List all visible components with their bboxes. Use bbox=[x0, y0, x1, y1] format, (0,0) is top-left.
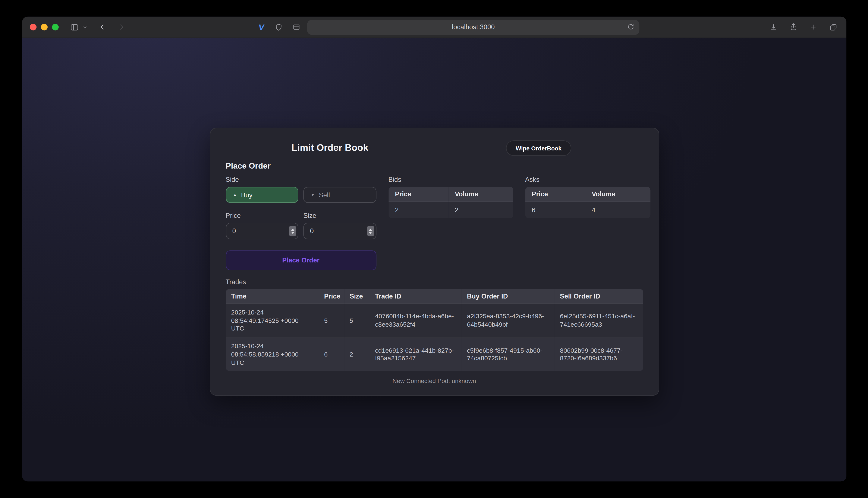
size-stepper[interactable] bbox=[367, 226, 374, 236]
column-header: Price bbox=[319, 289, 344, 304]
column-header: Volume bbox=[585, 187, 650, 202]
table-row: 64 bbox=[525, 201, 650, 218]
column-header: Size bbox=[344, 289, 370, 304]
table-cell: a2f325ea-8353-42c9-b496-64b5440b49bf bbox=[461, 304, 554, 337]
table-cell: cd1e6913-621a-441b-827b-f95aa2156247 bbox=[370, 338, 461, 371]
asks-table: PriceVolume64 bbox=[525, 187, 650, 219]
reload-icon[interactable] bbox=[625, 21, 636, 32]
table-row: 2025-10-24 08:54:58.859218 +0000 UTC62cd… bbox=[226, 338, 643, 371]
browser-toolbar: V localhost:3000 bbox=[22, 17, 846, 38]
asks-label: Asks bbox=[525, 176, 650, 183]
wipe-orderbook-button[interactable]: Wipe OrderBook bbox=[506, 140, 572, 156]
tab-overview-icon[interactable] bbox=[827, 21, 840, 34]
bids-label: Bids bbox=[388, 176, 513, 183]
column-header: Trade ID bbox=[370, 289, 461, 304]
connected-pod-status: New Connected Pod: unknown bbox=[226, 378, 643, 384]
column-header: Price bbox=[525, 187, 585, 202]
table-cell: 2 bbox=[344, 338, 370, 371]
header-row: TimePriceSizeTrade IDBuy Order IDSell Or… bbox=[226, 289, 643, 304]
price-input[interactable] bbox=[226, 223, 298, 239]
trades-table: TimePriceSizeTrade IDBuy Order IDSell Or… bbox=[226, 289, 643, 371]
column-header: Sell Order ID bbox=[554, 289, 643, 304]
bids-section: Bids PriceVolume22 bbox=[388, 176, 513, 270]
column-header: Time bbox=[226, 289, 318, 304]
price-label: Price bbox=[226, 212, 298, 219]
column-header: Volume bbox=[448, 187, 513, 202]
address-bar[interactable]: localhost:3000 bbox=[307, 19, 639, 35]
close-window-button[interactable] bbox=[30, 24, 37, 30]
forward-icon[interactable] bbox=[115, 21, 128, 34]
url-text: localhost:3000 bbox=[452, 23, 495, 31]
screenshot-stage: V localhost:3000 bbox=[0, 0, 868, 498]
price-stepper[interactable] bbox=[289, 226, 296, 236]
trades-label: Trades bbox=[226, 278, 643, 286]
traffic-lights bbox=[30, 24, 59, 30]
extension-v-icon[interactable]: V bbox=[255, 23, 267, 32]
trades-section: Trades TimePriceSizeTrade IDBuy Order ID… bbox=[226, 278, 643, 371]
sell-label: Sell bbox=[319, 191, 330, 199]
minimize-window-button[interactable] bbox=[41, 24, 48, 30]
buy-side-button[interactable]: ▲ Buy bbox=[226, 187, 298, 203]
table-cell: 2025-10-24 08:54:49.174525 +0000 UTC bbox=[226, 304, 318, 337]
card-header: Limit Order Book Wipe OrderBook bbox=[226, 140, 643, 156]
chevron-down-icon[interactable] bbox=[81, 21, 88, 34]
table-cell: c5f9e6b8-f857-4915-ab60-74ca80725fcb bbox=[461, 338, 554, 371]
back-icon[interactable] bbox=[96, 21, 109, 34]
table-cell: 5 bbox=[319, 304, 344, 337]
up-triangle-icon: ▲ bbox=[233, 193, 237, 197]
page-settings-icon[interactable] bbox=[290, 21, 303, 34]
side-label: Side bbox=[226, 176, 376, 183]
orderbook-card: Limit Order Book Wipe OrderBook Place Or… bbox=[209, 128, 659, 396]
column-header: Price bbox=[388, 187, 448, 202]
page-title: Limit Order Book bbox=[292, 143, 368, 154]
header-row: PriceVolume bbox=[388, 187, 513, 202]
table-row: 22 bbox=[388, 201, 513, 218]
size-input[interactable] bbox=[303, 223, 376, 239]
table-cell: 2 bbox=[448, 201, 513, 218]
table-cell: 6 bbox=[525, 201, 585, 218]
table-cell: 6 bbox=[319, 338, 344, 371]
down-triangle-icon: ▼ bbox=[310, 193, 315, 197]
header-row: PriceVolume bbox=[525, 187, 650, 202]
browser-window: V localhost:3000 bbox=[22, 17, 846, 482]
sidebar-toggle-icon[interactable] bbox=[67, 21, 81, 34]
table-cell: 4076084b-114e-4bda-a6be-c8ee33a652f4 bbox=[370, 304, 461, 337]
order-form: Side ▲ Buy ▼ Sell bbox=[226, 176, 376, 270]
asks-section: Asks PriceVolume64 bbox=[525, 176, 650, 270]
place-order-button[interactable]: Place Order bbox=[226, 250, 376, 270]
sell-side-button[interactable]: ▼ Sell bbox=[303, 187, 376, 203]
column-header: Buy Order ID bbox=[461, 289, 554, 304]
downloads-icon[interactable] bbox=[767, 21, 780, 34]
new-tab-icon[interactable] bbox=[806, 21, 820, 34]
table-cell: 6ef25d55-6911-451c-a6af-741ec66695a3 bbox=[554, 304, 643, 337]
size-label: Size bbox=[303, 212, 376, 219]
share-icon[interactable] bbox=[787, 21, 800, 34]
extension-shield-icon[interactable] bbox=[272, 21, 285, 34]
table-cell: 4 bbox=[585, 201, 650, 218]
bids-table: PriceVolume22 bbox=[388, 187, 513, 219]
table-row: 2025-10-24 08:54:49.174525 +0000 UTC5540… bbox=[226, 304, 643, 337]
buy-label: Buy bbox=[241, 191, 253, 199]
page-background: Limit Order Book Wipe OrderBook Place Or… bbox=[22, 38, 846, 482]
table-cell: 2025-10-24 08:54:58.859218 +0000 UTC bbox=[226, 338, 318, 371]
table-cell: 5 bbox=[344, 304, 370, 337]
table-cell: 80602b99-00c8-4677-8720-f6a689d337b6 bbox=[554, 338, 643, 371]
zoom-window-button[interactable] bbox=[52, 24, 59, 30]
place-order-heading: Place Order bbox=[226, 161, 643, 170]
table-cell: 2 bbox=[388, 201, 448, 218]
